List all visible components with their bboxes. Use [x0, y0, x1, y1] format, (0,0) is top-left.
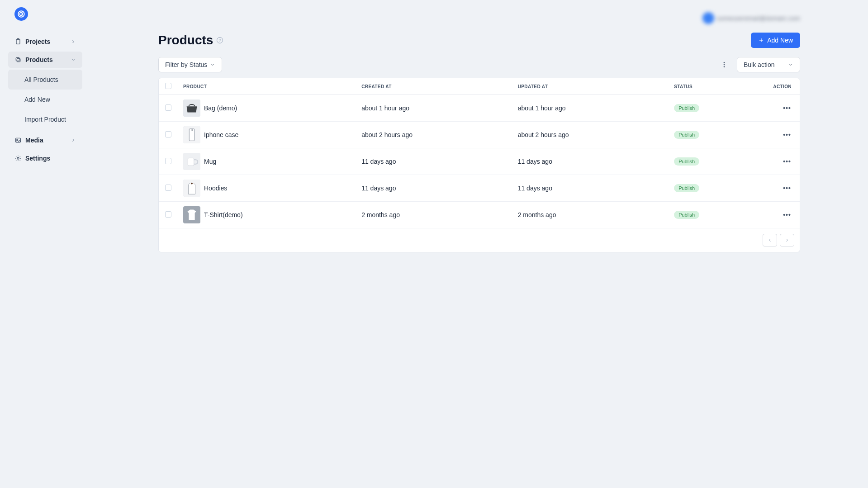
user-menu[interactable]: someuseremail@domain.com [702, 12, 800, 24]
gear-icon [14, 155, 22, 162]
row-checkbox[interactable] [165, 158, 171, 164]
product-name: Bag (demo) [204, 104, 237, 112]
clipboard-icon [14, 38, 22, 45]
table-row[interactable]: Iphone caseabout 2 hours agoabout 2 hour… [159, 122, 800, 148]
svg-point-2 [21, 14, 22, 14]
col-created: CREATED AT [357, 78, 513, 95]
status-badge: Publish [674, 184, 699, 192]
sidebar-item-media[interactable]: Media [8, 132, 82, 148]
updated-at: 11 days ago [513, 175, 670, 202]
col-status: STATUS [669, 78, 759, 95]
sidebar-sub-all-products[interactable]: All Products [8, 70, 82, 90]
sidebar-item-projects[interactable]: Projects [8, 33, 82, 50]
product-thumbnail [183, 126, 200, 143]
copy-icon [14, 56, 22, 63]
col-updated: UPDATED AT [513, 78, 670, 95]
sidebar-item-settings[interactable]: Settings [8, 150, 82, 166]
add-new-label: Add New [767, 37, 793, 44]
row-checkbox[interactable] [165, 131, 171, 137]
row-checkbox[interactable] [165, 104, 171, 111]
product-name: Mug [204, 158, 216, 165]
updated-at: 2 months ago [513, 202, 670, 228]
svg-point-13 [724, 64, 725, 65]
row-actions-button[interactable]: ••• [783, 211, 792, 218]
pager-next-button[interactable] [780, 234, 794, 246]
main: someuseremail@domain.com Products ? Add … [90, 0, 868, 488]
toolbar: Filter by Status Bulk action [158, 57, 800, 72]
status-badge: Publish [674, 211, 699, 219]
svg-rect-20 [188, 158, 194, 166]
table-row[interactable]: T-Shirt(demo)2 months ago2 months agoPub… [159, 202, 800, 228]
pager-prev-button[interactable] [763, 234, 777, 246]
sidebar-sub-label: Add New [24, 96, 50, 103]
bulk-action-dropdown[interactable]: Bulk action [737, 57, 800, 72]
chevron-down-icon [71, 57, 76, 62]
created-at: about 2 hours ago [357, 122, 513, 148]
svg-rect-17 [189, 129, 194, 141]
row-actions-button[interactable]: ••• [783, 185, 792, 192]
col-product: PRODUCT [179, 78, 357, 95]
sidebar-sub-import-product[interactable]: Import Product [8, 109, 82, 129]
more-options-button[interactable] [718, 58, 730, 71]
svg-rect-7 [16, 138, 21, 142]
avatar [702, 12, 714, 24]
updated-at: 11 days ago [513, 148, 670, 175]
sidebar-sub-add-new[interactable]: Add New [8, 90, 82, 109]
product-name: T-Shirt(demo) [204, 211, 243, 218]
svg-point-9 [17, 157, 19, 159]
svg-point-14 [724, 66, 725, 67]
row-checkbox[interactable] [165, 185, 171, 191]
col-action: ACTION [759, 78, 800, 95]
select-all-checkbox[interactable] [165, 83, 171, 89]
created-at: 2 months ago [357, 202, 513, 228]
product-thumbnail [183, 206, 200, 223]
table-row[interactable]: Mug11 days ago11 days agoPublish••• [159, 148, 800, 175]
bulk-action-label: Bulk action [744, 61, 774, 68]
products-submenu: All Products Add New Import Product [8, 70, 82, 129]
created-at: 11 days ago [357, 148, 513, 175]
page-header: Products ? Add New [158, 33, 800, 48]
filter-status-label: Filter by Status [165, 61, 207, 68]
row-checkbox[interactable] [165, 211, 171, 218]
svg-rect-5 [17, 58, 20, 62]
svg-rect-6 [16, 57, 19, 61]
product-thumbnail [183, 180, 200, 197]
status-badge: Publish [674, 131, 699, 139]
row-actions-button[interactable]: ••• [783, 104, 792, 112]
plus-icon [758, 37, 764, 43]
add-new-button[interactable]: Add New [751, 33, 800, 48]
svg-point-22 [191, 183, 193, 185]
product-thumbnail [183, 153, 200, 170]
filter-status-dropdown[interactable]: Filter by Status [158, 57, 222, 72]
created-at: 11 days ago [357, 175, 513, 202]
chevron-down-icon [210, 62, 215, 67]
table-row[interactable]: Bag (demo)about 1 hour agoabout 1 hour a… [159, 95, 800, 122]
app-logo[interactable] [14, 7, 28, 21]
user-email: someuseremail@domain.com [717, 15, 800, 22]
updated-at: about 1 hour ago [513, 95, 670, 122]
sidebar-item-products[interactable]: Products [8, 52, 82, 68]
help-icon[interactable]: ? [217, 37, 223, 43]
product-thumbnail [183, 99, 200, 117]
products-table: PRODUCT CREATED AT UPDATED AT STATUS ACT… [159, 78, 800, 228]
sidebar-item-label: Media [25, 137, 43, 144]
sidebar-item-label: Products [25, 56, 53, 63]
updated-at: about 2 hours ago [513, 122, 670, 148]
page-title: Products [158, 33, 213, 47]
chevron-down-icon [788, 62, 793, 67]
product-name: Hoodies [204, 185, 227, 192]
sidebar-item-label: Projects [25, 38, 50, 45]
svg-point-12 [724, 62, 725, 63]
table-row[interactable]: Hoodies11 days ago11 days agoPublish••• [159, 175, 800, 202]
sidebar-sub-label: All Products [24, 76, 58, 83]
svg-rect-18 [191, 130, 193, 131]
sidebar-sub-label: Import Product [24, 116, 66, 123]
dots-vertical-icon [721, 61, 728, 68]
pagination [159, 228, 800, 252]
row-actions-button[interactable]: ••• [783, 131, 792, 138]
products-table-card: PRODUCT CREATED AT UPDATED AT STATUS ACT… [158, 78, 800, 252]
created-at: about 1 hour ago [357, 95, 513, 122]
row-actions-button[interactable]: ••• [783, 158, 792, 165]
chevron-right-icon [71, 39, 76, 44]
chevron-right-icon [784, 237, 790, 243]
